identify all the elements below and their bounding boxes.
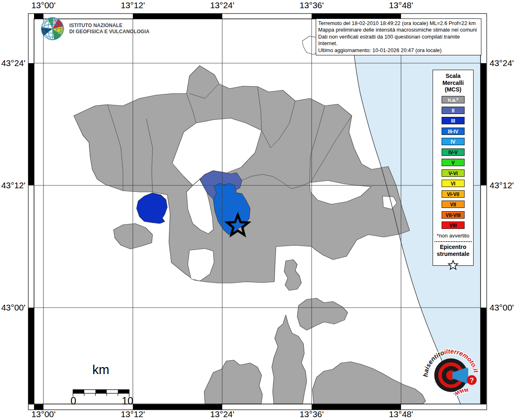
scale-bar <box>73 390 129 397</box>
scale-bar-end: 10 <box>122 395 133 407</box>
legend-box: Scala Mercalli (MCS) n.a.* II III III-IV… <box>433 70 474 266</box>
info-line-event: Terremoto del 18-02-2010 18:49:22 (ora l… <box>318 20 479 27</box>
ingv-wordmark: ISTITUTO NAZIONALE DI GEOFISICA E VULCAN… <box>69 23 149 35</box>
legend-swatch-iv: IV <box>442 138 465 145</box>
axis-label-top-3: 13°36' <box>299 0 324 10</box>
haisentitoilterremoto-logo: ? haisentitoilterremoto.it www. <box>422 348 480 405</box>
ingv-logo: ISTITUTO NAZIONALE DI GEOFISICA E VULCAN… <box>41 17 153 41</box>
scale-bar-start: 0 <box>71 395 76 407</box>
axis-label-top-4: 13°48' <box>389 0 413 10</box>
legend-swatch-vii-viii: VII-VIII <box>442 211 465 219</box>
main-landmass <box>74 66 410 283</box>
axis-label-bottom-2: 13°24' <box>210 409 234 419</box>
ingv-name-line1: ISTITUTO NAZIONALE <box>69 23 149 29</box>
east-municipality <box>297 298 348 330</box>
info-line-map: Mappa preliminare delle intensità macros… <box>318 27 479 33</box>
axis-label-bottom-4: 13°48' <box>389 409 413 419</box>
legend-swatch-v-vi: V-VI <box>442 169 465 177</box>
axis-label-right-1: 43°12' <box>490 180 514 190</box>
axis-label-right-2: 43°00' <box>490 303 514 313</box>
legend-divider <box>435 241 472 242</box>
legend-swatch-v: V <box>442 159 465 166</box>
axis-label-left-0: 43°24' <box>0 58 25 68</box>
small-municipality-pair <box>284 260 301 290</box>
legend-epicenter-star-icon <box>447 259 459 272</box>
legend-epicenter-line2: strumentale <box>433 251 473 258</box>
south-west-municipality <box>204 360 262 404</box>
legend-title-line2: Mercalli <box>433 80 473 87</box>
axis-label-left-2: 43°00' <box>0 303 25 313</box>
south-center-municipality <box>272 315 307 404</box>
axis-label-top-1: 13°12' <box>121 0 145 10</box>
axis-label-top-0: 13°00' <box>31 0 55 10</box>
legend-swatch-viii: VIII <box>442 221 465 229</box>
legend-title-line3: (MCS) <box>433 86 473 93</box>
legend-title-line1: Scala <box>433 73 473 80</box>
municipality-intensity-iii <box>137 193 167 224</box>
legend-swatch-vi-vii: VI-VII <box>442 190 465 198</box>
ingv-name-line2: DI GEOFISICA E VULCANOLOGIA <box>69 29 149 35</box>
earthquake-info-box: Terremoto del 18-02-2010 18:49:22 (ora l… <box>316 18 481 55</box>
scale-bar-unit: km <box>92 363 109 377</box>
legend-swatch-vii: VII <box>442 201 465 208</box>
ingv-globe-icon <box>41 17 64 41</box>
legend-swatch-iii: III <box>442 117 465 124</box>
legend-swatch-iv-v: IV-V <box>442 148 465 156</box>
axis-label-right-0: 43°24' <box>490 58 514 68</box>
legend-swatch-iii-iv: III-IV <box>442 128 465 135</box>
axis-label-bottom-0: 13°00' <box>31 409 55 419</box>
axis-label-bottom-1: 13°12' <box>121 409 145 419</box>
info-line-updated: Ultimo aggiornamento: 10-01-2026 20:47 (… <box>318 47 479 54</box>
logo-question-mark: ? <box>470 377 474 384</box>
axis-label-top-2: 13°24' <box>210 0 234 10</box>
legend-swatch-na: n.a.* <box>442 96 465 103</box>
info-line-data: Dati non verificati estratti da 100 ques… <box>318 34 479 47</box>
legend-swatch-ii: II <box>442 107 465 114</box>
legend-epicenter-line1: Epicentro <box>433 244 473 251</box>
legend-footnote: *non avvertito <box>433 233 473 239</box>
axis-label-bottom-3: 13°36' <box>299 409 324 419</box>
axis-label-left-1: 43°12' <box>0 180 25 190</box>
south-east-municipality <box>312 362 426 404</box>
screenshot-root: 13°00' 13°12' 13°24' 13°36' 13°48' 13°00… <box>0 0 515 420</box>
legend-swatch-vi: VI <box>442 180 465 187</box>
